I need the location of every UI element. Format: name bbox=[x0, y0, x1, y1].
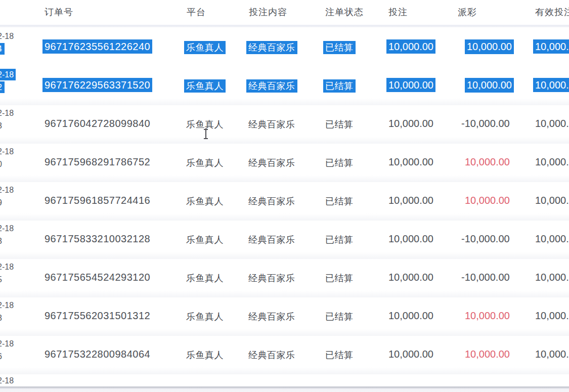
payout-cell: -10,000.00 bbox=[461, 118, 510, 129]
order-no-cell[interactable]: 967176042728099840 bbox=[45, 118, 150, 129]
bet-time-text: 3 bbox=[0, 237, 2, 245]
bet-amount-cell: 10,000.00 bbox=[388, 195, 433, 206]
table-row[interactable]: 2-18 4 967176235561226240 乐鱼真人 经典百家乐 已结算… bbox=[0, 28, 569, 67]
bet-content-cell: 经典百家乐 bbox=[248, 157, 295, 169]
table-row[interactable]: 2-18 2 967176229563371520 乐鱼真人 经典百家乐 已结算… bbox=[0, 67, 569, 105]
bet-time-cell: 2-18 4 bbox=[0, 31, 14, 54]
bet-time-cell: 2-18 6 bbox=[0, 339, 14, 362]
bet-date-text: 2-18 bbox=[0, 147, 14, 156]
bet-content-cell: 经典百家乐 bbox=[248, 272, 295, 284]
order-no-cell[interactable]: 967175833210032128 bbox=[45, 233, 150, 245]
header-order-no: 订单号 bbox=[45, 6, 73, 18]
payout-cell: 10,000.00 bbox=[461, 79, 512, 91]
platform-cell: 乐鱼真人 bbox=[186, 80, 224, 92]
bet-time-text: 4 bbox=[0, 43, 5, 55]
bet-content-cell: 经典百家乐 bbox=[248, 41, 295, 54]
bet-amount-cell: 10,000.00 bbox=[388, 79, 433, 91]
bet-time-text: 2 bbox=[0, 81, 5, 93]
bet-content-cell: 经典百家乐 bbox=[248, 349, 295, 361]
table-row[interactable]: 2-18 3 967175562031501312 乐鱼真人 经典百家乐 已结算… bbox=[0, 297, 569, 336]
bet-content-cell: 经典百家乐 bbox=[248, 195, 295, 207]
platform-cell: 乐鱼真人 bbox=[186, 234, 224, 246]
header-order-status: 注单状态 bbox=[325, 6, 364, 18]
order-no-cell[interactable]: 967175562031501312 bbox=[45, 310, 150, 322]
table-row[interactable]: 2-18 3 967176042728099840 乐鱼真人 经典百家乐 已结算… bbox=[0, 105, 569, 144]
bet-date-text: 2-18 bbox=[0, 69, 16, 80]
header-payout: 派彩 bbox=[458, 6, 477, 18]
table-row[interactable]: 2-18 3 967175833210032128 乐鱼真人 经典百家乐 已结算… bbox=[0, 221, 569, 259]
bet-date-text: 2-18 bbox=[0, 301, 14, 310]
status-cell: 已结算 bbox=[325, 157, 354, 169]
payout-cell: -10,000.00 bbox=[461, 233, 510, 245]
order-no-cell[interactable]: 967175322800984064 bbox=[45, 349, 150, 360]
bet-time-text: 6 bbox=[0, 352, 2, 361]
table-row[interactable]: 2-18 0 967175968291786752 乐鱼真人 经典百家乐 已结算… bbox=[0, 144, 569, 182]
bet-time-cell: 2-18 0 bbox=[0, 147, 14, 169]
bet-content-cell: 经典百家乐 bbox=[248, 311, 295, 323]
bet-time-text: 3 bbox=[0, 121, 2, 130]
order-no-cell[interactable]: 967176229563371520 bbox=[45, 79, 150, 91]
header-bet-content: 投注内容 bbox=[249, 6, 287, 18]
order-no-cell[interactable]: 967176235561226240 bbox=[45, 41, 150, 53]
bet-time-cell: 2-18 5 bbox=[0, 262, 14, 285]
bet-time-cell: 2-18 3 bbox=[0, 108, 14, 131]
bet-date-text: 2-18 bbox=[0, 32, 14, 40]
platform-cell: 乐鱼真人 bbox=[186, 157, 224, 169]
bet-amount-cell: 10,000.00 bbox=[388, 41, 433, 53]
platform-cell: 乐鱼真人 bbox=[186, 349, 224, 361]
payout-cell: 10,000.00 bbox=[461, 310, 510, 322]
bet-date-text: 2-18 bbox=[0, 263, 14, 271]
table-row[interactable]: 2-18 9 967175961857724416 乐鱼真人 经典百家乐 已结算… bbox=[0, 182, 569, 221]
bet-amount-cell: 10,000.00 bbox=[388, 156, 433, 168]
bet-records-table-screen: { "colors": { "selection_bg": "#1f82df",… bbox=[0, 0, 569, 392]
order-no-cell[interactable]: 967175961857724416 bbox=[45, 195, 150, 206]
status-cell: 已结算 bbox=[325, 80, 354, 92]
platform-cell: 乐鱼真人 bbox=[186, 311, 224, 323]
header-platform: 平台 bbox=[187, 6, 206, 18]
bet-date-text: 2-18 bbox=[0, 339, 14, 348]
payout-cell: 10,000.00 bbox=[461, 349, 510, 360]
partial-next-row-date: 2-18 bbox=[0, 376, 14, 385]
valid-bet-cell: 10,000.00 bbox=[535, 272, 569, 283]
table-header-row: 订单号 平台 投注内容 注单状态 投注 派彩 有效投注 bbox=[0, 0, 569, 25]
bet-content-cell: 经典百家乐 bbox=[248, 118, 295, 130]
status-cell: 已结算 bbox=[325, 118, 354, 130]
platform-cell: 乐鱼真人 bbox=[186, 272, 224, 284]
payout-cell: 10,000.00 bbox=[461, 195, 510, 206]
bet-amount-cell: 10,000.00 bbox=[388, 118, 433, 129]
bet-amount-cell: 10,000.00 bbox=[388, 310, 433, 322]
order-no-cell[interactable]: 967175654524293120 bbox=[45, 272, 150, 283]
payout-cell: 10,000.00 bbox=[461, 41, 512, 53]
valid-bet-cell: 10,000.00 bbox=[535, 349, 569, 360]
bet-amount-cell: 10,000.00 bbox=[388, 349, 433, 360]
status-cell: 已结算 bbox=[325, 311, 354, 323]
bet-amount-cell: 10,000.00 bbox=[388, 233, 433, 245]
bet-time-text: 5 bbox=[0, 275, 2, 284]
bet-time-cell: 2-18 3 bbox=[0, 300, 14, 323]
bet-time-text: 3 bbox=[0, 314, 2, 322]
valid-bet-cell: 10,000.00 bbox=[535, 79, 569, 91]
platform-cell: 乐鱼真人 bbox=[186, 195, 224, 207]
bet-content-cell: 经典百家乐 bbox=[248, 234, 295, 246]
bet-time-cell: 2-18 3 bbox=[0, 224, 14, 246]
header-valid-bet: 有效投注 bbox=[535, 6, 569, 18]
bet-date-text: 2-18 bbox=[0, 109, 14, 117]
status-cell: 已结算 bbox=[325, 195, 354, 207]
header-divider bbox=[0, 25, 569, 27]
status-cell: 已结算 bbox=[325, 272, 354, 284]
order-no-cell[interactable]: 967175968291786752 bbox=[45, 156, 150, 168]
bet-content-cell: 经典百家乐 bbox=[248, 80, 295, 92]
table-row[interactable]: 2-18 6 967175322800984064 乐鱼真人 经典百家乐 已结算… bbox=[0, 336, 569, 374]
bet-time-text: 9 bbox=[0, 198, 2, 207]
table-body: 2-18 4 967176235561226240 乐鱼真人 经典百家乐 已结算… bbox=[0, 28, 569, 374]
table-row[interactable]: 2-18 5 967175654524293120 乐鱼真人 经典百家乐 已结算… bbox=[0, 259, 569, 297]
payout-cell: -10,000.00 bbox=[461, 272, 510, 283]
status-cell: 已结算 bbox=[325, 41, 354, 54]
horizontal-scrollbar-track[interactable] bbox=[0, 386, 569, 392]
platform-cell: 乐鱼真人 bbox=[186, 41, 224, 54]
status-cell: 已结算 bbox=[325, 349, 354, 361]
bet-time-text: 0 bbox=[0, 160, 2, 168]
text-cursor-icon bbox=[203, 129, 208, 139]
bet-amount-cell: 10,000.00 bbox=[388, 272, 433, 283]
valid-bet-cell: 10,000.00 bbox=[535, 156, 569, 168]
